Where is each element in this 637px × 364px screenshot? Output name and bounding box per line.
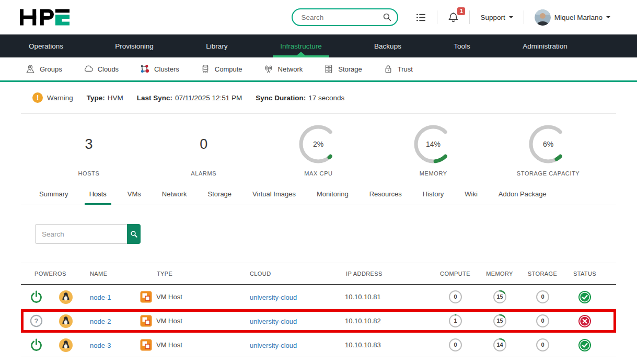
network-icon (263, 64, 274, 74)
status-error-icon (564, 314, 606, 328)
tab-wiki[interactable]: Wiki (465, 190, 478, 198)
column-header-power[interactable]: POWER (21, 271, 51, 277)
column-header-ip-address[interactable]: IP ADDRESS (325, 271, 432, 277)
stat-alarms: 0ALARMS (146, 121, 261, 177)
subnav-item-storage[interactable]: Storage (323, 64, 362, 74)
tab-vms[interactable]: VMs (128, 190, 141, 198)
stats-row: 3HOSTS0ALARMS2%MAX CPU14%MEMORY6%STORAGE… (21, 114, 616, 177)
hosts-search (35, 224, 141, 244)
memory-badge: 15 (478, 314, 521, 328)
host-name-link[interactable]: node-3 (90, 342, 111, 349)
tab-network[interactable]: Network (162, 190, 187, 198)
notifications-bell-icon[interactable]: 1 (442, 11, 465, 23)
cloud-link[interactable]: university-cloud (250, 318, 297, 325)
tab-summary[interactable]: Summary (39, 190, 68, 198)
nav-item-operations[interactable]: Operations (0, 34, 92, 57)
column-header-memory[interactable]: MEMORY (478, 271, 521, 277)
table-row-node-2[interactable]: ?node-2VM Hostuniversity-cloud10.10.10.8… (21, 309, 616, 333)
nav-item-infrastructure[interactable]: Infrastructure (257, 34, 345, 57)
nav-item-provisioning[interactable]: Provisioning (92, 34, 177, 57)
topbar-actions: 1 Support Miquel Mariano (410, 9, 616, 26)
chevron-down-icon (509, 16, 513, 18)
svg-text:0: 0 (541, 293, 544, 300)
svg-text:6%: 6% (543, 140, 553, 148)
status-item-value: HVM (108, 94, 123, 102)
svg-text:0: 0 (454, 342, 457, 348)
column-header-storage[interactable]: STORAGE (521, 271, 564, 277)
power-on-icon (21, 290, 51, 304)
support-label: Support (480, 14, 505, 21)
compute-badge: 1 (432, 314, 478, 328)
subnav-item-groups[interactable]: Groups (25, 64, 62, 74)
power-on-icon (21, 338, 51, 352)
vm-host-icon (140, 291, 152, 303)
ip-address: 10.10.10.83 (325, 341, 432, 349)
support-menu[interactable]: Support (474, 14, 518, 21)
nav-item-library[interactable]: Library (177, 34, 257, 57)
cloud-link[interactable]: university-cloud (250, 293, 297, 301)
host-name-link[interactable]: node-1 (90, 293, 111, 301)
subnav-item-label: Trust (398, 65, 413, 73)
user-menu[interactable]: Miquel Mariano (529, 9, 616, 26)
subnav-item-label: Network (278, 65, 303, 73)
stat-label: STORAGE CAPACITY (517, 170, 580, 177)
nav-item-tools[interactable]: Tools (431, 34, 493, 57)
stat-gauge: 6% (526, 122, 570, 166)
tab-storage[interactable]: Storage (208, 190, 232, 198)
tab-hosts[interactable]: Hosts (89, 190, 107, 198)
compute-badge: 0 (432, 290, 478, 304)
host-type: VM Host (135, 339, 230, 351)
hosts-search-input[interactable] (35, 224, 127, 244)
host-type: VM Host (135, 315, 230, 327)
detail-tabs: SummaryHostsVMsNetworkStorageVirtual Ima… (21, 190, 616, 205)
status-item-label: Last Sync: (137, 94, 172, 102)
vm-host-icon (140, 339, 152, 351)
status-ok-icon (564, 338, 606, 352)
column-header-type[interactable]: TYPE (135, 271, 230, 277)
subnav-item-network[interactable]: Network (263, 64, 303, 74)
host-type-label: VM Host (156, 317, 182, 325)
svg-text:0: 0 (454, 293, 457, 300)
stat-label: HOSTS (78, 170, 99, 177)
hosts-search-button[interactable] (127, 224, 141, 244)
compute-badge: 0 (432, 338, 478, 352)
stat-hosts: 3HOSTS (31, 121, 146, 177)
storage-badge: 0 (521, 338, 564, 352)
tab-resources[interactable]: Resources (369, 190, 402, 198)
user-name: Miquel Mariano (554, 14, 603, 21)
table-row-node-1[interactable]: node-1VM Hostuniversity-cloud10.10.10.81… (21, 285, 616, 309)
column-header-cloud[interactable]: CLOUD (230, 271, 325, 277)
subnav-item-label: Storage (338, 65, 362, 73)
tab-virtual-images[interactable]: Virtual Images (252, 190, 296, 198)
subnav-item-compute[interactable]: Compute (200, 64, 242, 74)
subnav-item-trust[interactable]: Trust (383, 64, 413, 74)
host-type-label: VM Host (156, 293, 182, 301)
table-row-node-3[interactable]: node-3VM Hostuniversity-cloud10.10.10.83… (21, 333, 616, 357)
search-icon[interactable] (383, 13, 392, 22)
memory-badge: 14 (478, 338, 521, 352)
host-status-bar: ! Warning Type:HVMLast Sync:07/11/2025 1… (21, 82, 616, 114)
column-header-compute[interactable]: COMPUTE (432, 271, 478, 277)
activity-list-icon[interactable] (410, 12, 432, 23)
column-header-name[interactable]: NAME (80, 271, 135, 277)
tab-addon-package[interactable]: Addon Package (499, 190, 547, 198)
column-header-status[interactable]: STATUS (564, 271, 606, 277)
host-type-label: VM Host (156, 341, 182, 349)
svg-text:?: ? (34, 317, 38, 325)
nav-item-administration[interactable]: Administration (493, 34, 597, 57)
nav-item-backups[interactable]: Backups (345, 34, 431, 57)
notification-count-badge: 1 (457, 7, 465, 15)
subnav-item-clouds[interactable]: Clouds (83, 64, 119, 74)
cloud-link[interactable]: university-cloud (250, 342, 297, 349)
os-linux-icon (51, 338, 80, 353)
hpe-logo[interactable] (20, 7, 71, 28)
subnav-item-clusters[interactable]: Clusters (140, 64, 179, 74)
host-name-link[interactable]: node-2 (90, 318, 111, 325)
cloud-icon (83, 64, 94, 74)
svg-text:0: 0 (541, 318, 544, 324)
column-header-os[interactable]: OS (51, 271, 80, 277)
stat-gauge: 14% (411, 122, 455, 166)
tab-history[interactable]: History (423, 190, 444, 198)
warning-label: Warning (47, 94, 73, 102)
tab-monitoring[interactable]: Monitoring (317, 190, 349, 198)
